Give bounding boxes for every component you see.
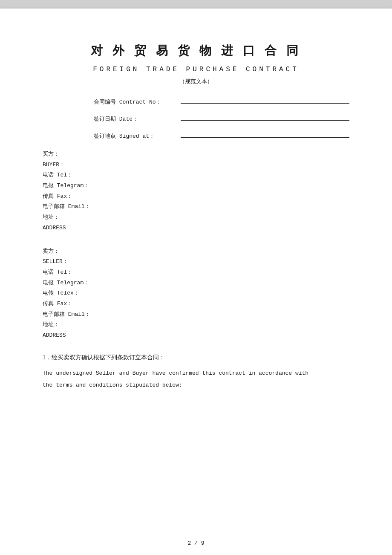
clause-1-body-line2: the terms and conditions stipulated belo… [43,379,349,392]
signed-at-row: 签订地点 Signed at： [43,132,349,140]
page-total: 9 [201,540,205,546]
seller-line-5: 传真 Fax： [43,299,349,309]
seller-line-3: 电报 Telegram： [43,278,349,289]
subtitle: （规范文本） [43,78,349,85]
page-current: 2 [187,540,191,546]
buyer-line-6: 地址： [43,212,349,223]
page-number: 2 / 9 [187,540,204,546]
document-page: 对 外 贸 易 货 物 进 口 合 同 FOREIGN TRADE PURCHA… [0,9,392,555]
seller-line-1: SELLER： [43,257,349,267]
seller-line-4: 电传 Telex： [43,288,349,299]
clause-1-section: 1．经买卖双方确认根据下列条款订立本合同： The undersigned Se… [43,354,349,392]
date-row: 签订日期 Date： [43,115,349,123]
contract-no-label: 合同编号 Contract No： [94,98,179,106]
seller-line-2: 电话 Tel： [43,267,349,278]
page-separator: / [194,540,198,546]
title-en: FOREIGN TRADE PURCHASE CONTRACT [43,66,349,73]
signed-at-line [181,137,349,138]
clause-1-title: 1．经买卖双方确认根据下列条款订立本合同： [43,354,349,361]
buyer-section: 买方： BUYER： 电话 Tel： 电报 Telegram： 传真 Fax： … [43,149,349,234]
seller-line-7: 地址： [43,320,349,330]
contract-no-line [181,103,349,104]
date-label: 签订日期 Date： [94,115,179,123]
buyer-line-4: 传真 Fax： [43,191,349,202]
buyer-line-7: ADDRESS [43,223,349,234]
clause-1-body-line1: The undersigned Seller and Buyer have co… [43,367,349,380]
seller-line-0: 卖方： [43,246,349,257]
seller-line-8: ADDRESS [43,330,349,341]
buyer-line-5: 电子邮箱 Email： [43,202,349,212]
date-line [181,120,349,121]
buyer-line-1: BUYER： [43,160,349,171]
seller-line-6: 电子邮箱 Email： [43,309,349,320]
title-zh: 对 外 贸 易 货 物 进 口 合 同 [43,43,349,59]
buyer-line-3: 电报 Telegram： [43,181,349,191]
seller-section: 卖方： SELLER： 电话 Tel： 电报 Telegram： 电传 Tele… [43,246,349,341]
signed-at-label: 签订地点 Signed at： [94,132,179,140]
buyer-line-0: 买方： [43,149,349,160]
buyer-line-2: 电话 Tel： [43,170,349,181]
contract-no-row: 合同编号 Contract No： [43,98,349,106]
